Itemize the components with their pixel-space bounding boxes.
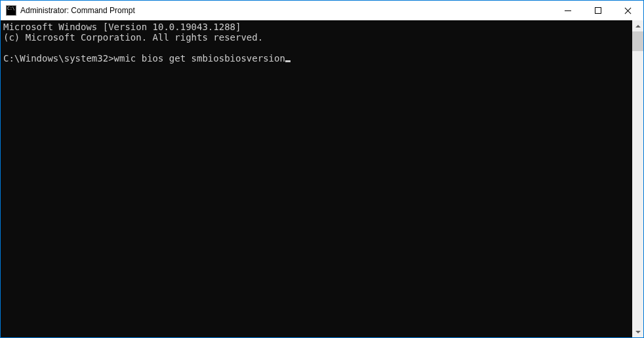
- close-icon: [624, 7, 632, 14]
- terminal-line: C:\Windows\system32>wmic bios get smbios…: [3, 53, 285, 64]
- terminal-line: (c) Microsoft Corporation. All rights re…: [3, 32, 263, 43]
- scrollbar-thumb[interactable]: [632, 31, 643, 51]
- titlebar[interactable]: C:\ Administrator: Command Prompt: [1, 1, 643, 20]
- window-controls: [553, 1, 643, 20]
- minimize-icon: [565, 10, 571, 11]
- scrollbar-down-button[interactable]: [632, 326, 643, 337]
- titlebar-left: C:\ Administrator: Command Prompt: [6, 5, 135, 16]
- maximize-icon: [595, 7, 601, 14]
- chevron-down-icon: [635, 331, 641, 333]
- command-prompt-window: C:\ Administrator: Command Prompt Micros…: [0, 0, 644, 338]
- window-title: Administrator: Command Prompt: [20, 6, 135, 15]
- maximize-button[interactable]: [583, 1, 613, 20]
- chevron-up-icon: [635, 25, 641, 28]
- close-button[interactable]: [613, 1, 643, 20]
- scrollbar-track[interactable]: [632, 31, 643, 326]
- terminal-area: Microsoft Windows [Version 10.0.19043.12…: [1, 20, 643, 337]
- command-prompt-icon-glyph: C:\: [7, 7, 14, 11]
- minimize-button[interactable]: [553, 1, 583, 20]
- scrollbar-up-button[interactable]: [632, 20, 643, 31]
- vertical-scrollbar[interactable]: [632, 20, 643, 337]
- terminal-line: Microsoft Windows [Version 10.0.19043.12…: [3, 22, 241, 32]
- terminal-output[interactable]: Microsoft Windows [Version 10.0.19043.12…: [1, 20, 632, 337]
- command-prompt-icon: C:\: [6, 5, 16, 16]
- cursor: [285, 60, 291, 62]
